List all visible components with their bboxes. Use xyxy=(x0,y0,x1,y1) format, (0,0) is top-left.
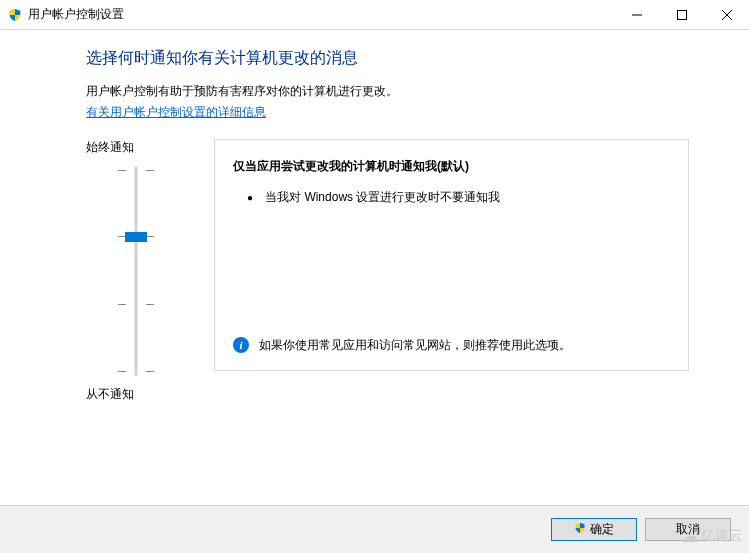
slider-tick xyxy=(118,170,126,171)
maximize-button[interactable] xyxy=(659,0,704,29)
shield-icon xyxy=(8,8,22,22)
page-heading: 选择何时通知你有关计算机更改的消息 xyxy=(86,48,689,69)
slider-tick xyxy=(118,371,126,372)
level-bullet-row: ● 当我对 Windows 设置进行更改时不要通知我 xyxy=(247,189,670,207)
window-controls xyxy=(614,0,749,29)
description-text: 用户帐户控制有助于预防有害程序对你的计算机进行更改。 xyxy=(86,83,689,100)
level-description-panel: 仅当应用尝试更改我的计算机时通知我(默认) ● 当我对 Windows 设置进行… xyxy=(214,139,689,371)
ok-button-label: 确定 xyxy=(590,521,614,538)
help-link[interactable]: 有关用户帐户控制设置的详细信息 xyxy=(86,104,266,121)
level-bullet-text: 当我对 Windows 设置进行更改时不要通知我 xyxy=(265,189,500,207)
cancel-button-label: 取消 xyxy=(676,521,700,538)
footer: 确定 取消 xyxy=(0,505,749,553)
uac-slider[interactable] xyxy=(106,166,166,376)
slider-tick xyxy=(146,304,154,305)
ok-button[interactable]: 确定 xyxy=(551,518,637,541)
slider-thumb[interactable] xyxy=(125,232,147,242)
content-area: 选择何时通知你有关计算机更改的消息 用户帐户控制有助于预防有害程序对你的计算机进… xyxy=(0,30,749,413)
slider-track-line xyxy=(135,166,138,376)
titlebar: 用户帐户控制设置 xyxy=(0,0,749,30)
shield-icon xyxy=(574,522,586,537)
slider-top-label: 始终通知 xyxy=(86,139,186,156)
bullet-icon: ● xyxy=(247,189,253,207)
slider-section: 始终通知 从不通知 xyxy=(86,139,186,413)
minimize-button[interactable] xyxy=(614,0,659,29)
close-button[interactable] xyxy=(704,0,749,29)
slider-bottom-label: 从不通知 xyxy=(86,386,186,403)
slider-tick xyxy=(118,304,126,305)
slider-tick xyxy=(146,236,154,237)
recommendation-row: i 如果你使用常见应用和访问常见网站，则推荐使用此选项。 xyxy=(233,337,670,354)
level-title: 仅当应用尝试更改我的计算机时通知我(默认) xyxy=(233,158,670,175)
window-title: 用户帐户控制设置 xyxy=(28,6,614,23)
svg-rect-1 xyxy=(677,10,686,19)
main-area: 始终通知 从不通知 仅当应用尝试更改我的计算机时通知我(默认) ● 当我对 Wi… xyxy=(86,139,689,413)
slider-tick xyxy=(146,371,154,372)
info-icon: i xyxy=(233,337,249,353)
cancel-button[interactable]: 取消 xyxy=(645,518,731,541)
recommendation-text: 如果你使用常见应用和访问常见网站，则推荐使用此选项。 xyxy=(259,337,571,354)
slider-tick xyxy=(146,170,154,171)
